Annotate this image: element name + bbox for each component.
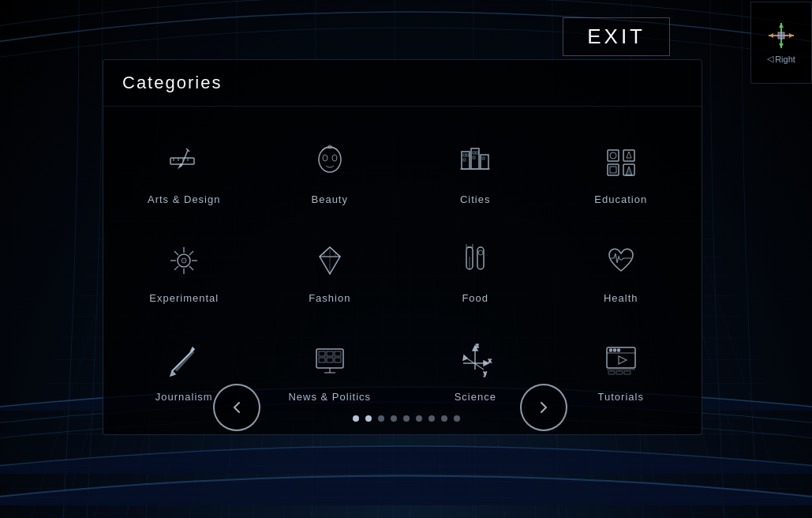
svg-rect-32: [473, 152, 475, 154]
science-label: Science: [455, 391, 496, 403]
category-item-education[interactable]: Education: [548, 122, 694, 221]
category-item-experimental[interactable]: Experimental: [111, 221, 257, 320]
food-icon: [451, 237, 499, 284]
svg-marker-44: [626, 167, 632, 175]
svg-rect-37: [608, 150, 619, 161]
categories-grid: Arts & Design Beauty: [103, 107, 702, 434]
svg-line-72: [172, 349, 194, 371]
education-label: Education: [594, 193, 647, 205]
svg-line-51: [189, 266, 193, 270]
exit-button[interactable]: EXIT: [563, 17, 670, 56]
svg-point-95: [617, 349, 619, 351]
dot-6[interactable]: [416, 415, 422, 422]
svg-point-41: [610, 152, 616, 159]
health-icon: [597, 237, 645, 284]
journalism-label: Journalism: [155, 391, 213, 403]
panel-title: Categories: [122, 73, 222, 92]
svg-rect-77: [319, 358, 325, 362]
tutorials-icon: [597, 336, 645, 383]
svg-marker-42: [627, 152, 631, 158]
svg-rect-98: [608, 371, 615, 374]
svg-point-64: [478, 250, 483, 255]
svg-marker-69: [170, 371, 175, 376]
svg-marker-12: [789, 33, 794, 38]
svg-rect-39: [608, 164, 619, 175]
education-icon: [597, 138, 645, 186]
experimental-icon: [160, 237, 208, 284]
svg-point-54: [181, 258, 186, 263]
dot-4[interactable]: [391, 415, 397, 422]
dot-1[interactable]: [353, 415, 359, 422]
right-arrow-indicator: ◁ Right: [767, 54, 795, 64]
category-item-beauty[interactable]: Beauty: [257, 122, 403, 221]
dot-5[interactable]: [403, 415, 410, 422]
cities-label: Cities: [460, 193, 491, 205]
svg-line-53: [174, 266, 178, 270]
news-icon: [306, 336, 354, 383]
svg-rect-73: [316, 349, 343, 368]
svg-text:x: x: [488, 358, 492, 363]
main-panel: Categories Arts & Design: [103, 59, 702, 435]
arts-design-label: Arts & Design: [148, 193, 220, 205]
cities-icon: [451, 138, 499, 186]
experimental-label: Experimental: [149, 292, 219, 304]
beauty-label: Beauty: [312, 193, 348, 205]
svg-point-93: [609, 349, 612, 351]
right-controller-panel: ◁ Right: [750, 2, 812, 84]
dot-9[interactable]: [454, 415, 460, 422]
tutorials-label: Tutorials: [598, 391, 644, 403]
category-item-tutorials[interactable]: Tutorials: [548, 320, 694, 419]
category-item-food[interactable]: Food: [402, 221, 548, 320]
svg-rect-100: [624, 371, 631, 374]
svg-marker-96: [619, 356, 627, 364]
svg-line-71: [177, 352, 193, 370]
food-label: Food: [462, 292, 488, 304]
dot-7[interactable]: [428, 415, 435, 422]
panel-header: Categories: [103, 60, 702, 107]
arrow-symbol: ◁: [767, 54, 773, 64]
svg-rect-74: [319, 351, 325, 356]
health-label: Health: [604, 292, 638, 304]
next-button[interactable]: [520, 384, 567, 431]
category-item-fashion[interactable]: Fashion: [257, 221, 403, 320]
svg-rect-78: [327, 358, 333, 362]
svg-marker-11: [769, 33, 773, 38]
svg-point-24: [332, 155, 337, 161]
svg-marker-87: [463, 355, 467, 360]
svg-rect-13: [778, 32, 784, 39]
dot-3[interactable]: [378, 415, 384, 422]
category-item-arts-design[interactable]: Arts & Design: [111, 122, 257, 221]
category-item-cities[interactable]: Cities: [402, 122, 548, 221]
dot-8[interactable]: [441, 415, 447, 422]
svg-text:y: y: [484, 370, 487, 377]
beauty-icon: [306, 138, 354, 186]
svg-point-94: [613, 349, 616, 351]
svg-rect-31: [463, 159, 466, 161]
svg-line-52: [189, 251, 193, 255]
right-label: Right: [775, 54, 795, 64]
controller-icon: [767, 21, 795, 50]
fashion-label: Fashion: [309, 292, 350, 304]
dot-2[interactable]: [365, 415, 372, 422]
svg-rect-30: [466, 154, 469, 156]
svg-rect-79: [335, 358, 341, 362]
svg-line-50: [174, 251, 178, 255]
svg-rect-99: [616, 371, 623, 374]
science-icon: z y x: [451, 336, 499, 383]
journalism-icon: [160, 336, 208, 383]
svg-rect-33: [476, 152, 478, 154]
prev-button[interactable]: [213, 384, 260, 431]
fashion-icon: [306, 237, 354, 284]
svg-rect-35: [482, 157, 485, 160]
svg-rect-34: [473, 156, 475, 159]
svg-marker-9: [779, 23, 784, 28]
svg-text:z: z: [476, 343, 479, 348]
arts-design-icon: [160, 138, 208, 186]
category-item-health[interactable]: Health: [548, 221, 694, 320]
svg-point-23: [323, 155, 327, 161]
category-item-news-politics[interactable]: News & Politics: [257, 320, 403, 419]
svg-rect-76: [335, 351, 341, 356]
svg-point-22: [319, 147, 341, 172]
svg-rect-29: [463, 154, 466, 156]
svg-rect-75: [327, 351, 333, 356]
